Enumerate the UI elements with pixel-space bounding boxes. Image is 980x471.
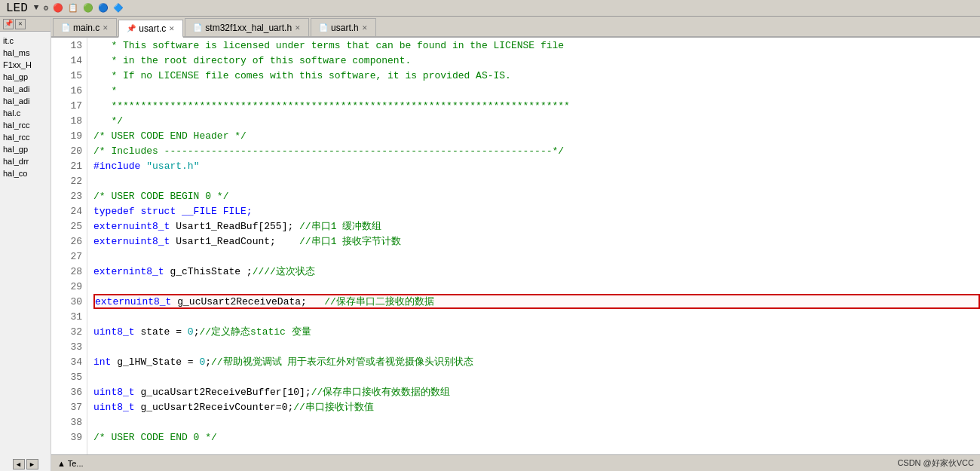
code-line: /* USER CODE END 0 */ bbox=[93, 430, 980, 445]
sidebar-item[interactable]: hal.c bbox=[0, 107, 51, 119]
sidebar-scroll: ◀ ▶ bbox=[0, 457, 51, 471]
title-icon-4: 📋 bbox=[68, 3, 78, 13]
title-icon-1: ▼ bbox=[34, 3, 39, 13]
title-bar: LED ▼ ⚙ 🔴 📋 🟢 🔵 🔷 bbox=[0, 0, 980, 17]
line-number: 20 bbox=[51, 143, 87, 158]
sidebar-header: 📌 ✕ bbox=[0, 17, 51, 32]
tab-label: usart.c bbox=[139, 23, 166, 34]
title-icon-5: 🟢 bbox=[83, 3, 93, 13]
line-number: 21 bbox=[51, 158, 87, 173]
code-lines: * This software is licensed under terms … bbox=[87, 38, 980, 454]
code-line: extern uint8_t g_ucUsart2ReceiveData; //… bbox=[93, 294, 980, 309]
line-number: 24 bbox=[51, 203, 87, 219]
sidebar-pin-btn[interactable]: 📌 bbox=[3, 19, 14, 29]
line-number: 30 bbox=[51, 294, 87, 309]
sidebar-item[interactable]: hal_gp bbox=[0, 71, 51, 83]
code-line: */ bbox=[93, 113, 980, 128]
line-number: 13 bbox=[51, 38, 87, 53]
tabs-bar: 📄main.c✕📌usart.c✕📄stm32f1xx_hal_uart.h✕📄… bbox=[51, 17, 980, 38]
tab-main-c[interactable]: 📄main.c✕ bbox=[53, 18, 117, 36]
title-text: LED bbox=[6, 2, 28, 15]
sidebar-item[interactable]: hal_ms bbox=[0, 47, 51, 59]
tab-close-btn[interactable]: ✕ bbox=[295, 24, 301, 32]
tab-file-icon: 📄 bbox=[319, 23, 328, 32]
code-line: extern int8_t g_cThisState ;////这次状态 bbox=[93, 264, 980, 279]
code-line bbox=[93, 173, 980, 188]
line-number: 25 bbox=[51, 219, 87, 234]
sidebar-item[interactable]: hal_adi bbox=[0, 83, 51, 95]
line-number: 15 bbox=[51, 68, 87, 83]
code-line: * If no LICENSE file comes with this sof… bbox=[93, 68, 980, 83]
code-line: extern uint8_t Usart1_ReadCount; //串口1 接… bbox=[93, 234, 980, 249]
line-number: 16 bbox=[51, 83, 87, 98]
code-line: /* Includes ----------------------------… bbox=[93, 143, 980, 158]
title-icon-3: 🔴 bbox=[53, 3, 63, 13]
tab-usart-h[interactable]: 📄usart.h✕ bbox=[311, 18, 376, 36]
line-number: 36 bbox=[51, 384, 87, 399]
code-line: uint8_t g_ucaUsart2ReceiveBuffer[10];//保… bbox=[93, 384, 980, 399]
code-line: ****************************************… bbox=[93, 98, 980, 113]
line-number: 34 bbox=[51, 354, 87, 369]
code-line: /* USER CODE BEGIN 0 */ bbox=[93, 188, 980, 203]
code-line: #include "usart.h" bbox=[93, 158, 980, 173]
sidebar-item[interactable]: hal_gp bbox=[0, 143, 51, 155]
sidebar-close-btn[interactable]: ✕ bbox=[15, 19, 26, 29]
line-number: 28 bbox=[51, 264, 87, 279]
line-numbers: 1314151617181920212223242526272829303132… bbox=[51, 38, 87, 454]
line-number: 26 bbox=[51, 234, 87, 249]
sidebar-scroll-right[interactable]: ▶ bbox=[26, 459, 38, 469]
tab-label: stm32f1xx_hal_uart.h bbox=[205, 23, 292, 33]
tab-close-btn[interactable]: ✕ bbox=[169, 25, 175, 32]
code-line: int g_lHW_State = 0;//帮助视觉调试 用于表示红外对管或者视… bbox=[93, 354, 980, 369]
line-number: 22 bbox=[51, 173, 87, 188]
code-line bbox=[93, 249, 980, 264]
line-number: 14 bbox=[51, 53, 87, 68]
tab-file-icon: 📄 bbox=[61, 23, 70, 32]
line-number: 27 bbox=[51, 249, 87, 264]
sidebar-items: it.chal_msF1xx_Hhal_gphal_adihal_adihal.… bbox=[0, 32, 51, 457]
code-line: * This software is licensed under terms … bbox=[93, 38, 980, 53]
line-number: 39 bbox=[51, 430, 87, 445]
main-layout: 📌 ✕ it.chal_msF1xx_Hhal_gphal_adihal_adi… bbox=[0, 17, 980, 471]
code-line: /* USER CODE END Header */ bbox=[93, 128, 980, 143]
title-bar-icons: ▼ ⚙ 🔴 📋 🟢 🔵 🔷 bbox=[34, 3, 124, 13]
sidebar-item[interactable]: hal_rcc bbox=[0, 119, 51, 131]
code-line bbox=[93, 339, 980, 354]
bottom-bar: ▲ Te... CSDN @好家伙VCC bbox=[51, 454, 980, 471]
line-number: 18 bbox=[51, 113, 87, 128]
sidebar-item[interactable]: hal_co bbox=[0, 167, 51, 179]
line-number: 23 bbox=[51, 188, 87, 203]
tab-stm32-hal-uart[interactable]: 📄stm32f1xx_hal_uart.h✕ bbox=[185, 18, 309, 36]
tab-close-btn[interactable]: ✕ bbox=[362, 24, 368, 32]
code-line bbox=[93, 279, 980, 294]
line-number: 33 bbox=[51, 339, 87, 354]
sidebar-item[interactable]: F1xx_H bbox=[0, 59, 51, 71]
tab-close-btn[interactable]: ✕ bbox=[103, 24, 109, 32]
sidebar-item[interactable]: it.c bbox=[0, 35, 51, 47]
line-number: 17 bbox=[51, 98, 87, 113]
code-line: uint8_t g_ucUsart2ReceivCounter=0;//串口接收… bbox=[93, 399, 980, 414]
bottom-left: ▲ Te... bbox=[57, 459, 84, 468]
sidebar-item[interactable]: hal_drr bbox=[0, 155, 51, 167]
tab-file-icon: 📄 bbox=[193, 23, 202, 32]
sidebar-scroll-left[interactable]: ◀ bbox=[13, 459, 25, 469]
code-line: * bbox=[93, 83, 980, 98]
code-line: * in the root directory of this software… bbox=[93, 53, 980, 68]
sidebar-item[interactable]: hal_rcc bbox=[0, 131, 51, 143]
sidebar-header-icons: 📌 ✕ bbox=[3, 19, 26, 29]
title-icon-7: 🔷 bbox=[113, 3, 124, 13]
code-line bbox=[93, 414, 980, 430]
line-number: 31 bbox=[51, 309, 87, 324]
code-line bbox=[93, 369, 980, 384]
code-line: extern uint8_t Usart1_ReadBuf[255]; //串口… bbox=[93, 219, 980, 234]
line-number: 37 bbox=[51, 399, 87, 414]
line-number: 19 bbox=[51, 128, 87, 143]
tab-label: main.c bbox=[73, 23, 100, 33]
tab-usart-c[interactable]: 📌usart.c✕ bbox=[118, 20, 183, 38]
bottom-right: CSDN @好家伙VCC bbox=[897, 457, 974, 469]
line-number: 35 bbox=[51, 369, 87, 384]
sidebar-item[interactable]: hal_adi bbox=[0, 95, 51, 107]
title-icon-2: ⚙ bbox=[43, 3, 48, 13]
line-number: 32 bbox=[51, 324, 87, 339]
tab-label: usart.h bbox=[331, 23, 359, 33]
